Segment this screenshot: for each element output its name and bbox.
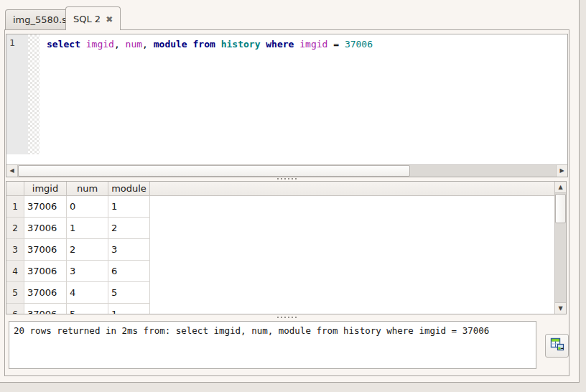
tab-label: SQL 2 xyxy=(73,14,101,24)
cell-imgid[interactable]: 37006 xyxy=(24,239,67,261)
scroll-down-icon[interactable]: ▼ xyxy=(555,302,566,314)
row-number[interactable]: 2 xyxy=(6,218,24,239)
cell-num[interactable]: 0 xyxy=(67,196,108,218)
cell-module[interactable]: 1 xyxy=(108,196,150,218)
row-number[interactable]: 4 xyxy=(6,261,24,282)
sql-token-plain: , xyxy=(114,39,126,50)
results-log-splitter[interactable] xyxy=(6,316,568,319)
sql-tab-pane: 1 select imgid, num, module from history… xyxy=(4,29,569,376)
sql-token-plain xyxy=(80,39,86,50)
status-message: 20 rows returned in 2ms from: select img… xyxy=(14,325,489,336)
table-row[interactable]: 63700651 xyxy=(6,304,554,314)
line-number: 1 xyxy=(9,37,15,48)
sql-token-keyword: from xyxy=(193,39,215,50)
execution-status-box[interactable]: 20 rows returned in 2ms from: select img… xyxy=(9,321,536,369)
cell-imgid[interactable]: 37006 xyxy=(24,282,67,304)
header-filler xyxy=(150,182,554,195)
cell-module[interactable]: 1 xyxy=(108,304,150,314)
cell-imgid[interactable]: 37006 xyxy=(24,261,67,282)
cell-num[interactable]: 3 xyxy=(67,261,108,282)
editor-horizontal-scrollbar[interactable]: ◀ ▶ xyxy=(6,164,567,177)
save-results-button[interactable] xyxy=(545,334,569,358)
cell-module[interactable]: 3 xyxy=(108,239,150,261)
cell-num[interactable]: 1 xyxy=(67,218,108,239)
sql-token-plain: = xyxy=(327,39,344,50)
vertical-scrollbar-thumb[interactable] xyxy=(555,194,566,223)
column-header-module[interactable]: module xyxy=(108,182,150,195)
scroll-left-icon[interactable]: ◀ xyxy=(6,165,18,177)
marker-margin xyxy=(28,34,39,154)
cell-module[interactable]: 2 xyxy=(108,218,150,239)
table-row[interactable]: 13700601 xyxy=(6,196,554,218)
sql-token-keyword: where xyxy=(266,39,294,50)
row-number[interactable]: 5 xyxy=(6,282,24,304)
results-table[interactable]: imgidnummodule 1370060123700612337006234… xyxy=(6,181,567,314)
sql-token-number: 37006 xyxy=(345,39,373,50)
sql-token-keyword: select xyxy=(47,39,80,50)
cell-imgid[interactable]: 37006 xyxy=(24,304,67,314)
sql-token-keyword: module xyxy=(154,39,187,50)
sql-executor-window: img_5580.sql ✖ SQL 2 ✖ 1 select imgid, n… xyxy=(0,0,586,392)
editor-results-splitter[interactable] xyxy=(6,177,568,180)
cell-imgid[interactable]: 37006 xyxy=(24,218,67,239)
sql-token-ident: imgid xyxy=(299,39,327,50)
tab-sql-2[interactable]: SQL 2 ✖ xyxy=(65,6,121,30)
tab-close-icon[interactable]: ✖ xyxy=(106,14,113,24)
results-table-body: 1370060123700612337006234370063653700645… xyxy=(6,196,554,314)
scroll-up-icon[interactable]: ▲ xyxy=(555,182,566,193)
column-header-num[interactable]: num xyxy=(67,182,108,195)
cell-num[interactable]: 2 xyxy=(67,239,108,261)
table-row[interactable]: 43700636 xyxy=(6,261,554,282)
sql-token-plain xyxy=(215,39,221,50)
horizontal-scrollbar-thumb[interactable] xyxy=(18,165,410,177)
cell-num[interactable]: 4 xyxy=(67,282,108,304)
row-number[interactable]: 6 xyxy=(6,304,24,314)
cell-num[interactable]: 5 xyxy=(67,304,108,314)
cell-imgid[interactable]: 37006 xyxy=(24,196,67,218)
scroll-right-icon[interactable]: ▶ xyxy=(556,165,567,177)
table-row[interactable]: 23700612 xyxy=(6,218,554,239)
results-vertical-scrollbar[interactable]: ▲ ▼ xyxy=(554,182,566,314)
line-number-gutter: 1 xyxy=(6,34,28,154)
column-header-imgid[interactable]: imgid xyxy=(24,182,67,195)
table-row[interactable]: 33700623 xyxy=(6,239,554,261)
row-number[interactable]: 3 xyxy=(6,239,24,261)
sql-token-ident: num xyxy=(126,39,142,50)
results-table-header[interactable]: imgidnummodule xyxy=(6,182,554,196)
sql-editor[interactable]: 1 select imgid, num, module from history… xyxy=(6,34,568,177)
corner-header-cell[interactable] xyxy=(6,182,24,195)
sql-token-table: history xyxy=(221,39,261,50)
save-results-table-icon xyxy=(549,337,565,355)
sql-token-plain: , xyxy=(142,39,154,50)
cell-module[interactable]: 6 xyxy=(108,261,150,282)
cell-module[interactable]: 5 xyxy=(108,282,150,304)
sql-token-plain xyxy=(187,39,193,50)
table-row[interactable]: 53700645 xyxy=(6,282,554,304)
sql-query-text[interactable]: select imgid, num, module from history w… xyxy=(47,39,373,50)
row-number[interactable]: 1 xyxy=(6,196,24,218)
sql-token-ident: imgid xyxy=(86,39,114,50)
